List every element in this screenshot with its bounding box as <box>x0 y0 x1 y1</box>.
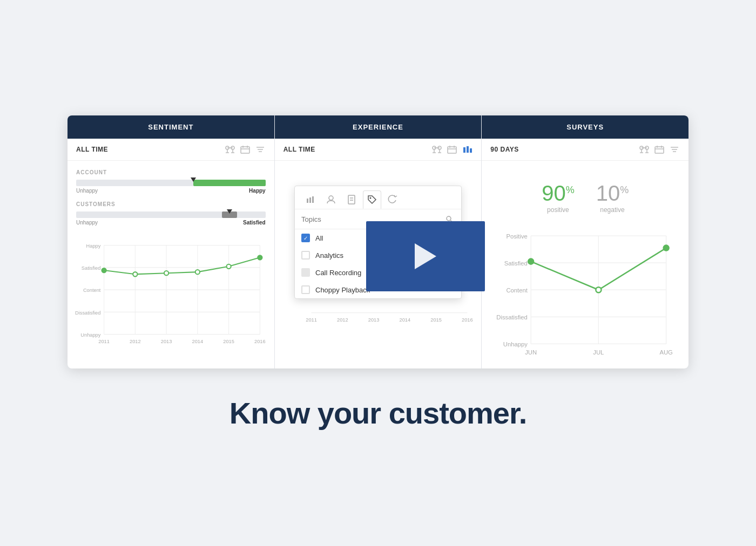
tagline: Know your customer. <box>230 395 526 431</box>
experience-header: EXPERIENCE <box>275 115 482 139</box>
svg-text:Satisfied: Satisfied <box>82 265 101 271</box>
experience-icons <box>431 144 473 155</box>
surveys-subheader: 90 DAYS <box>482 139 688 161</box>
surveys-stats: 90% positive 10% negative <box>490 169 680 222</box>
svg-text:2016: 2016 <box>462 317 473 323</box>
svg-text:2015: 2015 <box>430 317 442 323</box>
experience-calendar-icon[interactable] <box>447 144 457 155</box>
sentiment-scale-icon[interactable] <box>225 144 235 155</box>
surveys-negative: 10% negative <box>596 182 629 214</box>
surveys-chart-svg: Positive Satisfied Content Dissatisfied … <box>490 222 680 357</box>
svg-text:JUL: JUL <box>593 350 604 356</box>
svg-text:Dissatisfied: Dissatisfied <box>497 315 528 321</box>
svg-point-109 <box>528 259 534 264</box>
account-bar-marker <box>191 178 196 182</box>
svg-text:2011: 2011 <box>306 317 317 323</box>
dropdown-tab-person[interactable] <box>322 190 340 209</box>
svg-text:Unhappy: Unhappy <box>503 342 528 348</box>
surveys-positive-number: 90% <box>542 182 575 204</box>
customers-bar-track <box>76 211 266 218</box>
sentiment-calendar-icon[interactable] <box>240 144 251 155</box>
svg-point-111 <box>664 245 669 251</box>
account-bar-fill <box>193 180 265 186</box>
sentiment-icons <box>225 144 266 155</box>
svg-text:2013: 2013 <box>161 339 172 344</box>
surveys-header: SURVEYS <box>482 115 688 139</box>
svg-text:Positive: Positive <box>507 233 528 240</box>
surveys-icons <box>639 144 680 155</box>
svg-text:2012: 2012 <box>130 339 141 344</box>
svg-text:2015: 2015 <box>223 339 234 344</box>
checkbox-call-recording[interactable] <box>301 268 310 277</box>
svg-rect-53 <box>463 147 465 153</box>
svg-point-110 <box>596 287 602 292</box>
svg-text:2012: 2012 <box>337 317 348 323</box>
svg-point-59 <box>329 196 333 200</box>
checkbox-analytics[interactable] <box>301 251 310 260</box>
sentiment-chart: Happy Satisfied Content Dissatisfied Unh… <box>76 234 266 347</box>
svg-rect-86 <box>655 147 664 153</box>
svg-text:2014: 2014 <box>192 339 204 344</box>
svg-text:2011: 2011 <box>98 339 110 344</box>
surveys-positive-label: positive <box>542 206 575 214</box>
experience-time: ALL TIME <box>284 146 315 153</box>
svg-rect-49 <box>448 147 456 153</box>
svg-rect-54 <box>467 146 469 153</box>
sentiment-chart-svg: Happy Satisfied Content Dissatisfied Unh… <box>76 234 266 345</box>
sentiment-header: SENTIMENT <box>68 115 274 139</box>
surveys-positive: 90% positive <box>542 182 575 214</box>
experience-bars-icon[interactable] <box>462 144 473 155</box>
experience-subheader: ALL TIME <box>275 139 482 161</box>
video-overlay[interactable] <box>366 221 485 291</box>
surveys-negative-number: 10% <box>596 182 629 204</box>
account-bar: Unhappy Happy <box>76 180 266 194</box>
svg-rect-57 <box>309 197 311 203</box>
surveys-scale-icon[interactable] <box>639 144 650 155</box>
svg-text:JUN: JUN <box>525 350 537 356</box>
svg-text:Dissatisfied: Dissatisfied <box>75 310 100 316</box>
customers-bar: Unhappy Satisfied <box>76 211 266 226</box>
svg-rect-55 <box>470 148 472 153</box>
dropdown-tab-barchart[interactable] <box>301 190 320 209</box>
svg-text:Happy: Happy <box>86 243 101 249</box>
svg-rect-60 <box>348 195 355 204</box>
play-button[interactable] <box>415 243 436 269</box>
dropdown-tab-refresh[interactable] <box>383 190 402 209</box>
surveys-negative-label: negative <box>596 206 629 214</box>
account-bar-track <box>76 180 266 186</box>
experience-body: ✓ All Analytics Call Recording Choppy Pl… <box>275 161 482 368</box>
surveys-filter-icon[interactable] <box>669 144 680 155</box>
dropdown-tab-tag[interactable] <box>363 190 381 209</box>
customers-label: CUSTOMERS <box>76 201 266 207</box>
surveys-panel: SURVEYS 90 DAYS 90% <box>482 115 688 368</box>
account-bar-labels: Unhappy Happy <box>76 188 266 194</box>
dropdown-tab-document[interactable] <box>342 190 361 209</box>
svg-point-36 <box>102 268 106 272</box>
checkbox-choppy[interactable] <box>301 285 310 294</box>
svg-rect-56 <box>307 199 308 203</box>
sentiment-panel: SENTIMENT ALL TIME ACCOUNT <box>68 115 275 368</box>
svg-text:2014: 2014 <box>399 317 410 323</box>
svg-point-63 <box>370 197 372 199</box>
svg-point-40 <box>226 264 231 269</box>
svg-text:2016: 2016 <box>254 339 266 344</box>
svg-rect-58 <box>312 196 314 203</box>
svg-rect-7 <box>241 147 249 153</box>
svg-point-41 <box>258 255 262 260</box>
sentiment-time: ALL TIME <box>76 146 108 153</box>
experience-scale-icon[interactable] <box>431 144 442 155</box>
dropdown-tabs <box>295 186 461 209</box>
surveys-time: 90 DAYS <box>490 146 518 153</box>
experience-panel: EXPERIENCE ALL TIME <box>275 115 482 368</box>
customers-bar-labels: Unhappy Satisfied <box>76 220 266 226</box>
svg-text:Unhappy: Unhappy <box>80 332 100 338</box>
sentiment-filter-icon[interactable] <box>255 144 266 155</box>
svg-text:Content: Content <box>507 288 528 294</box>
checkbox-all[interactable]: ✓ <box>301 234 310 242</box>
svg-text:2013: 2013 <box>368 317 379 323</box>
svg-point-38 <box>164 271 168 275</box>
surveys-calendar-icon[interactable] <box>654 144 665 155</box>
svg-text:Content: Content <box>83 288 101 294</box>
surveys-body: 90% positive 10% negative <box>482 161 688 368</box>
svg-point-64 <box>447 216 451 221</box>
